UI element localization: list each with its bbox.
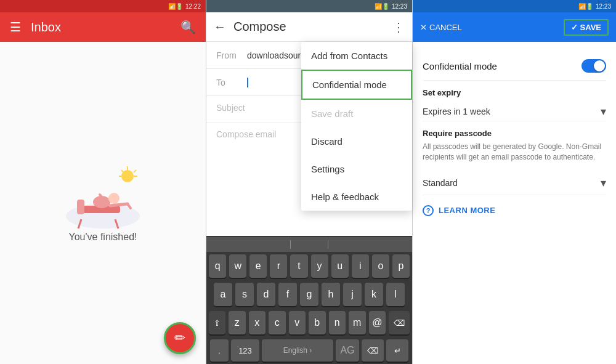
keyboard-top-bar <box>206 237 412 252</box>
key-c[interactable]: c <box>269 311 286 334</box>
inbox-body: You've finished! ✏ <box>0 42 206 364</box>
svg-line-7 <box>110 204 128 206</box>
subject-placeholder: Subject <box>216 103 245 113</box>
compose-panel: 📶🔋 12:23 ← Compose ⋮ From downloadsource… <box>206 0 413 364</box>
key-x[interactable]: x <box>249 311 266 334</box>
require-passcode-desc: All passcodes will be generated by Googl… <box>423 142 606 163</box>
confidential-mode-label: Confidential mode <box>423 61 497 71</box>
expires-value: Expires in 1 week <box>423 107 601 116</box>
conf-status-bar: 📶🔋 12:23 <box>413 0 616 12</box>
require-passcode-section: Require passcode All passcodes will be g… <box>423 121 606 171</box>
key-shift[interactable]: ⇧ <box>209 311 225 334</box>
key-numbers[interactable]: 123 <box>231 339 259 362</box>
search-icon[interactable]: 🔍 <box>178 17 198 37</box>
key-space[interactable]: English › <box>262 339 333 362</box>
key-t[interactable]: t <box>290 254 307 278</box>
save-button[interactable]: ✓ SAVE <box>564 19 609 36</box>
hamburger-menu-icon[interactable]: ☰ <box>7 17 23 37</box>
expires-dropdown-arrow[interactable]: ▾ <box>601 105 606 118</box>
require-passcode-title: Require passcode <box>423 129 606 138</box>
compose-title: Compose <box>233 20 385 34</box>
learn-more-row[interactable]: ? LEARN MORE <box>423 195 606 219</box>
compose-fab[interactable]: ✏ <box>164 322 196 354</box>
dropdown-settings[interactable]: Settings <box>301 155 412 183</box>
confidential-mode-toggle[interactable] <box>582 59 606 73</box>
key-f[interactable]: f <box>278 283 297 306</box>
compose-dropdown-menu: Add from Contacts Confidential mode Save… <box>301 42 412 211</box>
back-icon[interactable]: ← <box>214 20 226 34</box>
key-delete[interactable]: ⌫ <box>389 311 410 334</box>
key-o[interactable]: o <box>372 254 389 278</box>
compose-status-icons: 📶🔋 <box>375 3 389 10</box>
inbox-status-bar: 📶🔋 12:22 <box>0 0 206 12</box>
cursor <box>247 78 248 87</box>
key-dot[interactable]: . <box>210 339 229 362</box>
key-d[interactable]: d <box>257 283 275 306</box>
cancel-button[interactable]: ✕ CANCEL <box>420 23 462 32</box>
compose-toolbar: ← Compose ⋮ <box>206 12 412 42</box>
cancel-x-icon: ✕ <box>420 23 427 32</box>
key-at[interactable]: @ <box>369 311 386 334</box>
key-b[interactable]: b <box>309 311 326 334</box>
keyboard-bottom-bar: . 123 English › AG ⌫ ↵ <box>206 337 412 364</box>
key-j[interactable]: j <box>343 283 362 306</box>
key-z[interactable]: z <box>229 311 246 334</box>
key-u[interactable]: u <box>331 254 349 278</box>
more-options-icon[interactable]: ⋮ <box>392 20 405 34</box>
keyboard-row-3: ⇧ z x c v b n m @ ⌫ <box>206 309 412 337</box>
keyboard: q w e r t y u i o p a s d f g h j k l ⇧ … <box>206 236 412 364</box>
learn-more-icon: ? <box>423 205 434 216</box>
key-r[interactable]: r <box>270 254 287 278</box>
conf-body: Confidential mode Set expiry Expires in … <box>413 42 616 364</box>
keyboard-row-2: a s d f g h j k l <box>206 280 412 309</box>
keyboard-handle-left <box>290 240 291 249</box>
svg-rect-4 <box>77 200 84 214</box>
key-y[interactable]: y <box>311 254 328 278</box>
confidential-panel: 📶🔋 12:23 ✕ CANCEL ✓ SAVE Confidential mo… <box>413 0 616 364</box>
inbox-title: Inbox <box>31 20 171 34</box>
svg-line-15 <box>121 170 124 172</box>
inbox-panel: 📶🔋 12:22 ☰ Inbox 🔍 <box>0 0 206 364</box>
key-n[interactable]: n <box>329 311 346 334</box>
key-m[interactable]: m <box>349 311 366 334</box>
key-p[interactable]: p <box>392 254 410 278</box>
inbox-status-icons: 📶🔋 <box>168 3 183 10</box>
finished-illustration <box>60 164 146 232</box>
key-e[interactable]: e <box>249 254 267 278</box>
key-a[interactable]: a <box>214 283 232 306</box>
conf-time: 12:23 <box>596 3 611 10</box>
cancel-label: CANCEL <box>429 23 462 32</box>
dropdown-discard[interactable]: Discard <box>301 127 412 155</box>
key-l[interactable]: l <box>386 283 405 306</box>
finished-text: You've finished! <box>69 232 137 243</box>
compose-icon: ✏ <box>174 330 185 346</box>
svg-point-6 <box>108 193 120 204</box>
keyboard-row-1: q w e r t y u i o p <box>206 252 412 280</box>
dropdown-help-feedback[interactable]: Help & feedback <box>301 183 412 211</box>
key-i[interactable]: i <box>352 254 369 278</box>
conf-toolbar: ✕ CANCEL ✓ SAVE <box>413 12 616 42</box>
standard-value: Standard <box>423 178 601 188</box>
illustration-area: You've finished! <box>60 42 146 364</box>
key-microphone[interactable]: AG <box>336 339 359 362</box>
svg-line-12 <box>134 170 136 172</box>
key-backspace[interactable]: ⌫ <box>362 339 384 362</box>
dropdown-add-from-contacts[interactable]: Add from Contacts <box>301 42 412 70</box>
key-h[interactable]: h <box>322 283 340 306</box>
key-q[interactable]: q <box>209 254 226 278</box>
key-s[interactable]: s <box>235 283 254 306</box>
body-placeholder: Compose email <box>216 129 276 139</box>
save-check-icon: ✓ <box>571 23 578 32</box>
key-enter[interactable]: ↵ <box>386 339 408 362</box>
standard-dropdown-arrow[interactable]: ▾ <box>601 176 606 190</box>
learn-more-text: LEARN MORE <box>439 206 495 215</box>
compose-time: 12:23 <box>392 3 407 10</box>
key-v[interactable]: v <box>289 311 306 334</box>
conf-status-icons: 📶🔋 <box>578 3 593 10</box>
key-k[interactable]: k <box>365 283 383 306</box>
key-w[interactable]: w <box>229 254 246 278</box>
key-g[interactable]: g <box>300 283 318 306</box>
dropdown-confidential-mode[interactable]: Confidential mode <box>301 70 412 100</box>
compose-status-bar: 📶🔋 12:23 <box>206 0 412 12</box>
save-label: SAVE <box>580 23 601 32</box>
